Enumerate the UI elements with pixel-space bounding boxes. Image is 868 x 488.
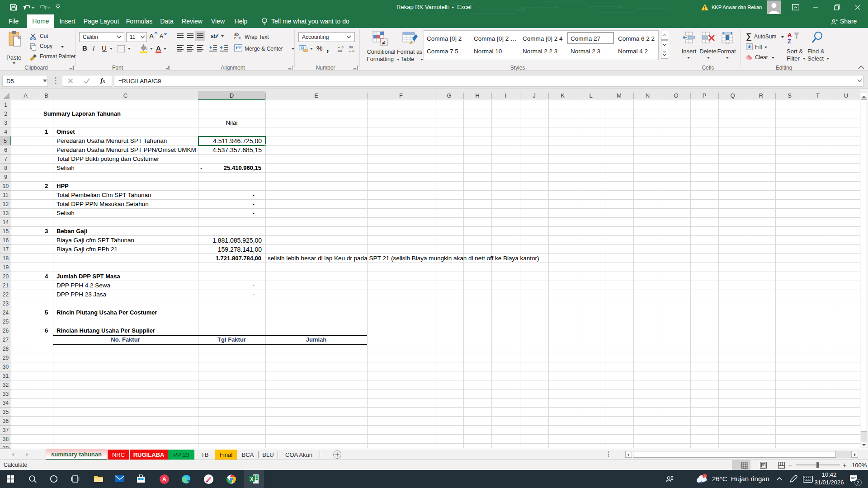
svg-text:c: c: [234, 36, 236, 40]
svg-text:→.0: →.0: [348, 49, 354, 52]
svg-text:X: X: [250, 477, 254, 482]
svg-text:Z: Z: [788, 38, 791, 45]
svg-text:A: A: [788, 32, 792, 38]
svg-text:≠: ≠: [382, 39, 385, 46]
svg-text:ab: ab: [211, 33, 217, 39]
svg-text:1: 1: [704, 474, 706, 479]
svg-text:.00: .00: [337, 49, 342, 52]
